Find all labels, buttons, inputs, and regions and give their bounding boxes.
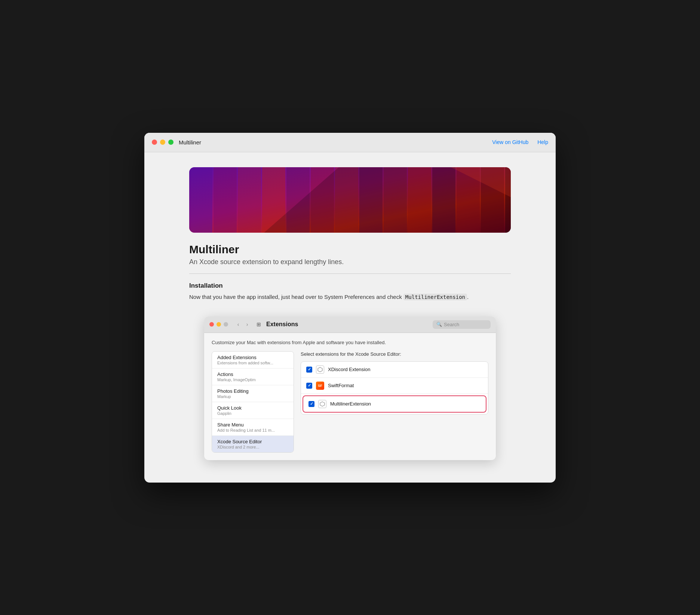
app-title: Multiliner xyxy=(189,243,511,256)
svg-marker-17 xyxy=(318,367,322,372)
check-icon: ✓ xyxy=(308,367,311,372)
installation-body: Now that you have the app installed, jus… xyxy=(189,293,511,302)
sidebar-item-actions[interactable]: Actions Markup, ImageOptim xyxy=(212,368,294,385)
nav-arrows: ‹ › xyxy=(234,320,251,328)
check-icon: ✓ xyxy=(308,383,311,388)
hero-banner xyxy=(189,167,511,233)
grid-icon[interactable]: ⊞ xyxy=(257,321,261,327)
extension-item-xdiscord[interactable]: ✓ XDiscord Extension xyxy=(301,362,488,378)
svg-rect-2 xyxy=(214,167,237,233)
check-icon: ✓ xyxy=(310,401,313,406)
fullscreen-button[interactable] xyxy=(168,140,174,145)
svg-marker-18 xyxy=(320,402,325,406)
sidebar-list: Added Extensions Extensions from added s… xyxy=(212,351,294,453)
titlebar: Multiliner View on GitHub Help xyxy=(144,133,556,152)
sidebar-item-quick-look[interactable]: Quick Look Gapplin xyxy=(212,402,294,419)
main-window: Multiliner View on GitHub Help xyxy=(144,133,556,483)
search-icon: 🔍 xyxy=(436,322,442,327)
view-on-github-link[interactable]: View on GitHub xyxy=(492,139,528,145)
inner-close-button[interactable] xyxy=(209,322,214,327)
inner-window: ‹ › ⊞ Extensions 🔍 Search Customize your… xyxy=(204,316,496,460)
extensions-panel: Select extensions for the Xcode Source E… xyxy=(301,351,488,453)
sidebar-item-title: Actions xyxy=(217,371,288,377)
sidebar-item-added-extensions[interactable]: Added Extensions Extensions from added s… xyxy=(212,352,294,368)
sidebar-item-title: Xcode Source Editor xyxy=(217,439,288,444)
xdiscord-icon xyxy=(316,365,324,374)
sidebar-item-subtitle: Add to Reading List and 11 m... xyxy=(217,428,288,432)
titlebar-actions: View on GitHub Help xyxy=(492,139,548,145)
back-arrow[interactable]: ‹ xyxy=(234,320,242,328)
sidebar-item-xcode-source-editor[interactable]: Xcode Source Editor XDiscord and 2 more.… xyxy=(212,436,294,452)
inner-fullscreen-button[interactable] xyxy=(224,322,228,327)
svg-rect-1 xyxy=(189,167,212,233)
svg-rect-3 xyxy=(238,167,261,233)
divider xyxy=(189,273,511,274)
app-subtitle: An Xcode source extension to expand leng… xyxy=(189,258,511,266)
checkbox-multiliner[interactable]: ✓ xyxy=(308,401,314,407)
sidebar-item-subtitle: Extensions from added softw... xyxy=(217,361,288,365)
inner-minimize-button[interactable] xyxy=(217,322,221,327)
extensions-list: ✓ XDiscord Extension xyxy=(301,361,488,414)
swiftformat-icon: SF xyxy=(316,382,324,390)
checkbox-xdiscord[interactable]: ✓ xyxy=(306,367,312,373)
inner-content: Customize your Mac with extensions from … xyxy=(204,333,496,460)
inner-window-title: Extensions xyxy=(266,321,298,328)
sidebar-item-subtitle: Markup xyxy=(217,394,288,399)
sidebar-item-photos-editing[interactable]: Photos Editing Markup xyxy=(212,385,294,402)
traffic-lights xyxy=(152,140,174,145)
multiliner-icon xyxy=(318,400,326,408)
multiliner-name: MultilinerExtension xyxy=(330,401,371,407)
customize-text: Customize your Mac with extensions from … xyxy=(212,340,488,345)
xdiscord-name: XDiscord Extension xyxy=(328,367,370,372)
installation-heading: Installation xyxy=(189,282,511,290)
sidebar-item-title: Added Extensions xyxy=(217,355,288,360)
window-title: Multiliner xyxy=(179,139,201,146)
inner-search-box[interactable]: 🔍 Search xyxy=(433,320,491,329)
installation-body-text: Now that you have the app installed, jus… xyxy=(189,294,402,300)
checkbox-swiftformat[interactable]: ✓ xyxy=(306,383,312,389)
inner-titlebar: ‹ › ⊞ Extensions 🔍 Search xyxy=(204,316,496,333)
installation-period: . xyxy=(467,294,469,300)
sidebar-item-title: Share Menu xyxy=(217,422,288,428)
extension-item-multiliner-wrapper: ✓ MultilinerExtension xyxy=(303,395,486,413)
inner-main: Added Extensions Extensions from added s… xyxy=(212,351,488,453)
sidebar-item-title: Quick Look xyxy=(217,405,288,411)
extensions-header: Select extensions for the Xcode Source E… xyxy=(301,351,488,357)
sidebar-item-subtitle: Gapplin xyxy=(217,411,288,416)
sidebar-item-subtitle: XDiscord and 2 more... xyxy=(217,445,288,449)
sidebar-item-title: Photos Editing xyxy=(217,388,288,394)
sidebar-item-subtitle: Markup, ImageOptim xyxy=(217,377,288,382)
close-button[interactable] xyxy=(152,140,157,145)
help-link[interactable]: Help xyxy=(537,139,548,145)
inner-traffic-lights xyxy=(209,322,228,327)
search-placeholder-text: Search xyxy=(444,322,459,327)
installation-code: MultilinerExtension xyxy=(403,294,467,300)
forward-arrow[interactable]: › xyxy=(243,320,251,328)
swiftformat-name: SwiftFormat xyxy=(328,383,354,388)
minimize-button[interactable] xyxy=(160,140,165,145)
extension-item-multiliner[interactable]: ✓ MultilinerExtension xyxy=(303,396,486,412)
sidebar-item-share-menu[interactable]: Share Menu Add to Reading List and 11 m.… xyxy=(212,419,294,436)
main-content: Multiliner An Xcode source extension to … xyxy=(144,152,556,483)
extension-item-swiftformat[interactable]: ✓ SF SwiftFormat xyxy=(301,378,488,394)
